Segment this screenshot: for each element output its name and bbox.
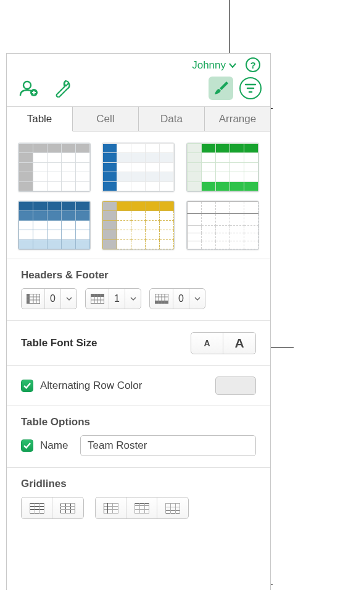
help-button[interactable]: ? [246, 57, 260, 72]
gridlines-header-row-button[interactable] [126, 497, 157, 518]
gridlines-title: Gridlines [21, 478, 256, 490]
checkmark-icon [23, 382, 31, 389]
header-rows-value: 1 [109, 289, 125, 309]
table-style-6[interactable] [186, 201, 259, 250]
tab-label: Cell [96, 113, 114, 125]
footer-rows-value: 0 [173, 289, 189, 309]
font-size-increase-button[interactable]: A [223, 333, 255, 354]
tab-arrange[interactable]: Arrange [205, 107, 270, 131]
footer-rows-icon [155, 294, 168, 304]
tools-button[interactable] [52, 78, 73, 99]
header-columns-value: 0 [45, 289, 60, 309]
collaborate-button[interactable] [18, 78, 39, 99]
letter-a-large-icon: A [234, 336, 244, 351]
letter-a-small-icon: A [204, 338, 210, 348]
headers-footer-title: Headers & Footer [21, 269, 256, 281]
dropdown-arrow [125, 289, 141, 309]
tab-data[interactable]: Data [139, 107, 205, 131]
header-rows-icon [91, 294, 104, 304]
font-size-title: Table Font Size [21, 337, 97, 349]
format-button[interactable] [209, 77, 233, 100]
tab-label: Table [27, 113, 52, 125]
user-name-label: Johnny [192, 59, 226, 72]
table-font-size-section: Table Font Size A A [7, 320, 270, 365]
gridlines-body-vertical-button[interactable] [52, 497, 83, 518]
font-size-segmented: A A [191, 332, 256, 354]
header-rows-stepper[interactable]: 1 [85, 288, 141, 309]
gridlines-body-horizontal-button[interactable] [22, 497, 52, 518]
callout-leader-right [270, 110, 294, 111]
chevron-down-icon [229, 63, 236, 69]
grid-frow-icon [165, 503, 180, 514]
tab-table[interactable]: Table [7, 107, 73, 131]
tab-cell[interactable]: Cell [73, 107, 139, 131]
sort-filter-button[interactable] [239, 77, 262, 99]
alternating-row-checkbox[interactable] [21, 380, 33, 392]
inspector-panel: Johnny ? [6, 53, 271, 590]
collaborate-icon [19, 78, 38, 98]
table-options-section: Table Options Name [7, 406, 270, 467]
gridlines-body-group [21, 497, 84, 519]
table-name-label: Name [40, 439, 73, 452]
alternating-row-color-swatch[interactable] [215, 377, 256, 395]
alternating-row-label: Alternating Row Color [40, 380, 142, 392]
gridlines-header-group [95, 497, 189, 519]
grid-h-icon [30, 503, 44, 514]
callout-leader-top [229, 0, 230, 57]
tab-label: Data [160, 113, 183, 125]
checkmark-icon [23, 442, 31, 449]
table-style-3[interactable] [186, 143, 259, 192]
table-name-field[interactable] [80, 435, 256, 456]
gridlines-header-col-button[interactable] [96, 497, 126, 518]
font-size-decrease-button[interactable]: A [191, 333, 223, 354]
table-style-5[interactable] [102, 201, 175, 250]
table-styles-grid [7, 131, 270, 259]
grid-v-icon [60, 503, 75, 514]
help-icon: ? [250, 60, 255, 70]
user-menu[interactable]: Johnny [192, 59, 236, 72]
grid-hrow-icon [134, 503, 149, 514]
gridlines-footer-row-button[interactable] [157, 497, 188, 518]
dropdown-arrow [189, 289, 205, 309]
grid-hcol-icon [104, 503, 118, 514]
headers-footer-section: Headers & Footer 0 1 0 [7, 259, 270, 320]
footer-rows-stepper[interactable]: 0 [149, 288, 205, 309]
paintbrush-icon [213, 80, 229, 96]
tab-label: Arrange [219, 113, 256, 125]
svg-rect-6 [27, 294, 30, 304]
alternating-row-section: Alternating Row Color [7, 365, 270, 406]
table-style-4[interactable] [18, 201, 91, 250]
header-columns-icon [27, 294, 40, 304]
table-style-2[interactable] [102, 143, 175, 192]
table-options-title: Table Options [21, 416, 256, 428]
svg-point-0 [23, 81, 31, 89]
table-style-1[interactable] [18, 143, 91, 192]
inspector-tabs: Table Cell Data Arrange [7, 107, 270, 131]
filter-icon [244, 83, 257, 94]
dropdown-arrow [60, 289, 77, 309]
wrench-icon [54, 79, 72, 98]
toolbar: Johnny ? [7, 54, 270, 107]
gridlines-section: Gridlines [7, 467, 270, 530]
table-name-checkbox[interactable] [21, 439, 33, 452]
header-columns-stepper[interactable]: 0 [21, 288, 77, 309]
